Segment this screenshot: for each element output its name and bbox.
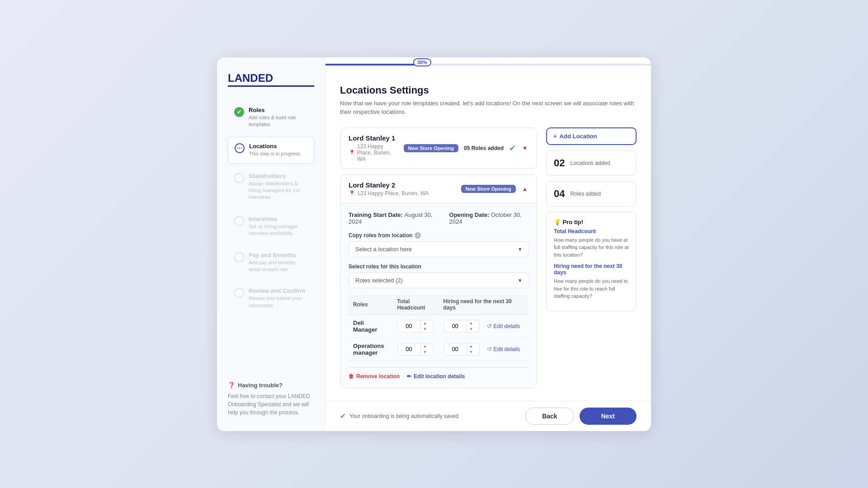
next-button[interactable]: Next bbox=[580, 408, 637, 425]
plus-icon: + bbox=[553, 133, 557, 140]
nav-items: ✔RolesAdd roles & build role templates··… bbox=[228, 101, 314, 319]
stat-card-roles: 04 Roles added bbox=[546, 181, 637, 206]
trouble-section: ❓ Having trouble? Feel free to contact y… bbox=[228, 371, 314, 417]
sidebar-item-locations[interactable]: ···LocationsThis step is in progress. bbox=[228, 137, 314, 163]
hiring-input-1[interactable]: ▲ ▼ bbox=[443, 320, 480, 333]
hiring-1: ▲ ▼ ↺ Edit details bbox=[439, 314, 528, 338]
roles-table: Roles Total Headcount Hiring need for th… bbox=[349, 295, 528, 361]
add-location-button[interactable]: + Add Location bbox=[546, 127, 637, 145]
spin-btns-1: ▲ ▼ bbox=[420, 320, 429, 332]
location-info-1: Lord Stanley 1 📍 123 Happy Place, Burien… bbox=[349, 134, 398, 162]
location-address-2: 📍 123 Happy Place, Burien, WA bbox=[349, 190, 456, 197]
progress-badge: 30% bbox=[413, 58, 431, 66]
auto-save: ✔ Your onboarding is being automatically… bbox=[340, 412, 458, 420]
progress-bar-container: 30% bbox=[326, 57, 651, 72]
hiring-input-field-1[interactable] bbox=[444, 320, 467, 332]
page-content: Locations Settings Now that we have your… bbox=[326, 72, 651, 401]
info-icon: i bbox=[415, 232, 421, 239]
edit-location-btn[interactable]: ✏ Edit location details bbox=[407, 373, 465, 380]
check-icon-1: ✔ bbox=[509, 143, 516, 153]
trouble-title: ❓ Having trouble? bbox=[228, 382, 314, 389]
location-actions: 🗑 Remove location ✏ Edit location detail… bbox=[349, 367, 528, 380]
trash-icon: 🗑 bbox=[349, 373, 354, 380]
page-subtitle: Now that we have your role templates cre… bbox=[340, 99, 637, 117]
edit-details-btn-1[interactable]: ↺ Edit details bbox=[483, 321, 524, 331]
collapse-btn-1[interactable]: ▾ bbox=[521, 143, 528, 153]
bottom-bar: ✔ Your onboarding is being automatically… bbox=[326, 401, 651, 431]
collapse-btn-2[interactable]: ▴ bbox=[521, 183, 528, 194]
copy-roles-dropdown[interactable]: Select a location here ▾ bbox=[349, 241, 528, 257]
dates-row: Training Start Date: August 30, 2024 Ope… bbox=[349, 211, 528, 225]
sidebar-item-pay-benefits: Pay and BenefitsAdd pay and benefits det… bbox=[228, 246, 314, 279]
sidebar-item-interviews: InterviewsSet up hiring manager intervie… bbox=[228, 210, 314, 243]
hiring-need-text: How many people do you need to hire for … bbox=[554, 277, 629, 300]
sidebar: LANDED ✔RolesAdd roles & build role temp… bbox=[217, 57, 326, 431]
auto-save-text: Your onboarding is being automatically s… bbox=[349, 413, 458, 419]
spin-up-hiring-1[interactable]: ▲ bbox=[467, 320, 476, 326]
location-name-1: Lord Stanley 1 bbox=[349, 134, 398, 142]
stat-card-locations: 02 Locations added bbox=[546, 150, 637, 176]
pro-tip-header: 💡 Pro tip! bbox=[554, 219, 629, 225]
trouble-text: Feel free to contact your LANDED Onboard… bbox=[228, 392, 314, 417]
location-card-1: Lord Stanley 1 📍 123 Happy Place, Burien… bbox=[340, 127, 537, 169]
location-tag-1: New Store Opening bbox=[404, 144, 458, 152]
main-layout: Lord Stanley 1 📍 123 Happy Place, Burien… bbox=[340, 127, 637, 388]
roles-badge-1: 05 Roles added bbox=[464, 145, 504, 151]
spin-btns-hiring-1: ▲ ▼ bbox=[467, 320, 476, 332]
table-row: Deli Manager ▲ ▼ bbox=[349, 314, 528, 338]
spin-down-1[interactable]: ▼ bbox=[421, 326, 429, 332]
locations-count: 02 bbox=[554, 157, 565, 169]
headcount-input-1[interactable]: ▲ ▼ bbox=[397, 320, 434, 333]
back-button[interactable]: Back bbox=[525, 408, 574, 425]
sidebar-item-roles[interactable]: ✔RolesAdd roles & build role templates bbox=[228, 101, 314, 134]
spin-down-hiring-1[interactable]: ▼ bbox=[467, 326, 476, 332]
main-content: 30% Locations Settings Now that we have … bbox=[326, 57, 651, 431]
spin-btns-2: ▲ ▼ bbox=[420, 343, 429, 355]
spin-up-2[interactable]: ▲ bbox=[421, 343, 429, 349]
app-logo: LANDED bbox=[228, 72, 314, 87]
hiring-2: ▲ ▼ ↺ Edit details bbox=[439, 338, 528, 361]
location-name-2: Lord Stanley 2 bbox=[349, 181, 456, 189]
spin-up-hiring-2[interactable]: ▲ bbox=[467, 343, 476, 349]
dropdown-chevron-2: ▾ bbox=[519, 277, 522, 284]
headcount-input-field-1[interactable] bbox=[398, 320, 420, 332]
col-roles: Roles bbox=[349, 295, 393, 315]
location-expanded-2: Training Start Date: August 30, 2024 Ope… bbox=[340, 203, 537, 388]
progress-track: 30% bbox=[326, 64, 651, 66]
dropdown-chevron-1: ▾ bbox=[519, 246, 522, 253]
headcount-input-field-2[interactable] bbox=[398, 343, 420, 355]
spin-down-hiring-2[interactable]: ▼ bbox=[467, 349, 476, 355]
pin-icon-1: 📍 bbox=[349, 150, 355, 156]
btn-group: Back Next bbox=[525, 408, 637, 425]
select-roles-label: Select roles for this location bbox=[349, 263, 528, 270]
spin-up-1[interactable]: ▲ bbox=[421, 320, 429, 326]
locations-label: Locations added bbox=[570, 160, 610, 166]
main-container: LANDED ✔RolesAdd roles & build role temp… bbox=[217, 57, 651, 431]
hiring-need-title: Hiring need for the next 30 days bbox=[554, 263, 629, 276]
auto-save-icon: ✔ bbox=[340, 412, 346, 420]
pro-tip-card: 💡 Pro tip! Total Headcount How many peop… bbox=[546, 212, 637, 311]
headcount-input-2[interactable]: ▲ ▼ bbox=[397, 343, 434, 356]
sidebar-item-stakeholders: StakeholdersAssign stakeholders & hiring… bbox=[228, 167, 314, 206]
select-roles-dropdown[interactable]: Roles selected (2) ▾ bbox=[349, 272, 528, 288]
role-name-2: Operations manager bbox=[349, 338, 393, 361]
hiring-input-2[interactable]: ▲ ▼ bbox=[443, 343, 480, 356]
total-headcount-title: Total Headcount bbox=[554, 228, 629, 235]
location-header-2: Lord Stanley 2 📍 123 Happy Place, Burien… bbox=[340, 175, 537, 203]
page-title: Locations Settings bbox=[340, 84, 637, 96]
right-panel: + Add Location 02 Locations added 04 Rol… bbox=[546, 127, 637, 388]
roles-label: Roles added bbox=[570, 191, 600, 197]
headcount-1: ▲ ▼ bbox=[393, 314, 439, 338]
hiring-input-field-2[interactable] bbox=[444, 343, 467, 355]
edit-icon: ✏ bbox=[407, 373, 411, 380]
reset-icon-2: ↺ bbox=[487, 346, 492, 352]
progress-fill: 30% bbox=[326, 64, 423, 66]
col-headcount: Total Headcount bbox=[393, 295, 439, 315]
location-card-2: Lord Stanley 2 📍 123 Happy Place, Burien… bbox=[340, 174, 537, 388]
role-name-1: Deli Manager bbox=[349, 314, 393, 338]
remove-location-btn[interactable]: 🗑 Remove location bbox=[349, 373, 400, 380]
edit-details-btn-2[interactable]: ↺ Edit details bbox=[483, 344, 524, 354]
location-header-1: Lord Stanley 1 📍 123 Happy Place, Burien… bbox=[340, 128, 537, 169]
copy-roles-group: Copy roles from location i Select a loca… bbox=[349, 232, 528, 257]
spin-down-2[interactable]: ▼ bbox=[421, 349, 429, 355]
